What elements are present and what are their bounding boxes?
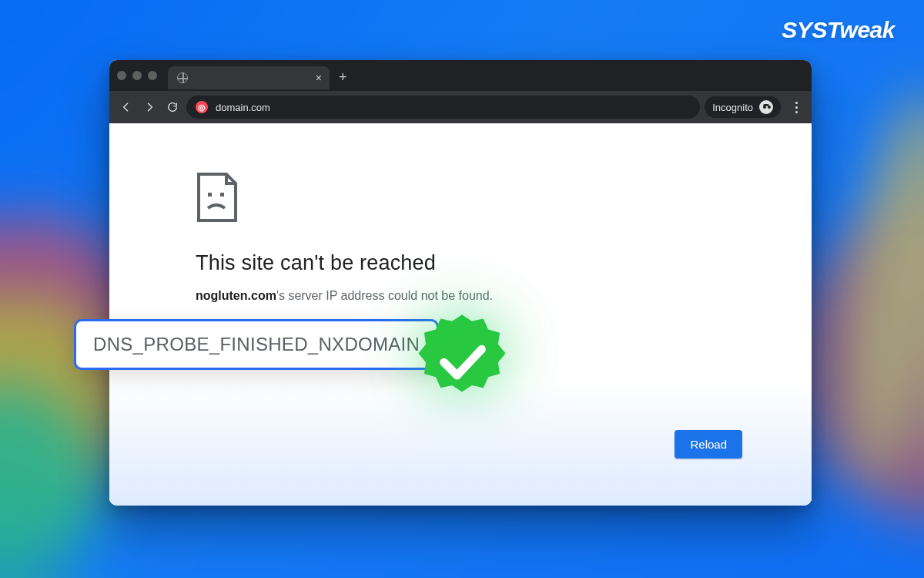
traffic-zoom-icon[interactable] — [148, 71, 157, 80]
reload-button[interactable]: Reload — [675, 430, 742, 459]
browser-window: × + ◎ domain.com Incognito — [109, 60, 812, 506]
address-text: domain.com — [216, 102, 270, 113]
error-subtitle: nogluten.com's server IP address could n… — [196, 289, 658, 303]
reload-button-label: Reload — [690, 438, 727, 451]
arrow-left-icon — [120, 101, 132, 113]
error-title: This site can't be reached — [196, 251, 658, 275]
dot-icon — [795, 106, 798, 109]
traffic-minimize-icon[interactable] — [132, 71, 142, 80]
incognito-icon — [759, 100, 773, 114]
address-bar[interactable]: ◎ domain.com — [186, 96, 700, 119]
window-controls — [117, 71, 168, 80]
browser-tab[interactable]: × — [168, 66, 330, 89]
svg-rect-0 — [208, 193, 212, 197]
brand-text: SYSTweak — [782, 17, 895, 42]
toolbar-right: Incognito — [705, 96, 804, 118]
new-tab-button[interactable]: + — [330, 69, 357, 86]
error-code-text: DNS_PROBE_FINISHED_NXDOMAIN — [93, 334, 420, 355]
reload-toolbar-button[interactable] — [163, 98, 182, 116]
error-content: This site can't be reached nogluten.com'… — [196, 173, 658, 303]
dot-icon — [795, 111, 798, 113]
traffic-close-icon[interactable] — [117, 71, 126, 80]
verified-badge — [408, 307, 516, 415]
error-domain: nogluten.com — [196, 289, 276, 302]
globe-icon — [177, 72, 188, 83]
brand-logo: SYSTweak — [782, 17, 895, 43]
tab-strip: × + — [109, 60, 812, 91]
error-subtitle-rest: 's server IP address could not be found. — [276, 289, 493, 302]
forward-button[interactable] — [140, 98, 159, 116]
arrow-right-icon — [143, 101, 156, 113]
toolbar: ◎ domain.com Incognito — [109, 91, 812, 123]
reload-icon — [166, 101, 179, 113]
verified-seal-icon — [413, 311, 511, 410]
menu-button[interactable] — [788, 102, 804, 113]
sad-page-icon — [196, 173, 658, 225]
close-tab-icon[interactable]: × — [316, 72, 322, 83]
incognito-label: Incognito — [712, 102, 753, 113]
error-code-callout: DNS_PROBE_FINISHED_NXDOMAIN — [74, 319, 439, 370]
svg-rect-1 — [220, 193, 224, 197]
site-favicon-icon: ◎ — [196, 101, 208, 113]
back-button[interactable] — [117, 98, 136, 116]
incognito-badge[interactable]: Incognito — [705, 96, 781, 118]
dot-icon — [795, 102, 798, 104]
